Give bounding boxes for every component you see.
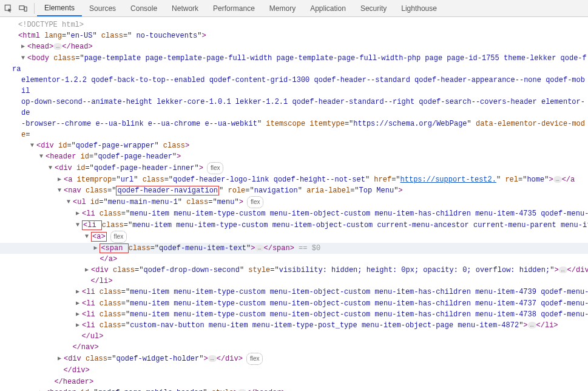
header-close[interactable]: </header> [0, 376, 588, 387]
select-element-icon[interactable] [4, 4, 13, 13]
tab-memory[interactable]: Memory [262, 0, 303, 16]
tab-elements[interactable]: Elements [37, 0, 82, 16]
expand-arrow[interactable]: ▶ [58, 353, 64, 364]
li-item-0[interactable]: ▶<li class="menu-item menu-item-type-cus… [0, 208, 588, 219]
li1-close[interactable]: </li> [0, 276, 588, 287]
expand-arrow[interactable]: ▶ [39, 387, 46, 391]
flex-badge[interactable]: flex [207, 162, 224, 174]
li-item-1[interactable]: ▼<li class="menu-item menu-item-type-cus… [0, 220, 588, 231]
expand-arrow[interactable]: ▼ [58, 185, 64, 196]
ul-tag[interactable]: ▼<ul id="menu-main-menu-1" class="menu">… [0, 196, 588, 208]
expand-arrow[interactable]: ▶ [76, 287, 82, 298]
expand-arrow[interactable]: ▶ [76, 208, 82, 219]
devtools-toolbar: Elements Sources Console Network Perform… [0, 0, 588, 17]
mobile-header[interactable]: ▶<header id="qodef-page-mobile-header" s… [0, 387, 588, 391]
tab-security[interactable]: Security [353, 0, 394, 16]
li-item-5[interactable]: ▶<li class="custom-nav-button menu-item … [0, 320, 588, 331]
flex-badge[interactable]: flex [110, 231, 127, 243]
expand-arrow[interactable]: ▼ [39, 151, 46, 162]
highlight-span: <span [100, 243, 128, 253]
toolbar-separator [34, 3, 35, 14]
logo-link[interactable]: ▶<a itemprop="url" class="qodef-header-l… [0, 174, 588, 185]
li-item-4[interactable]: ▶<li class="menu-item menu-item-type-cus… [0, 309, 588, 320]
tab-performance[interactable]: Performance [206, 0, 262, 16]
body-open[interactable]: ▼<body class="page-template page-templat… [0, 53, 588, 140]
tab-network[interactable]: Network [164, 0, 206, 16]
nav-tag[interactable]: ▼<nav class="qodef-header-navigation" ro… [0, 185, 588, 196]
doctype-line[interactable]: <!DOCTYPE html> [0, 19, 588, 30]
expand-arrow[interactable]: ▶ [58, 174, 64, 185]
flex-badge[interactable]: flex [247, 196, 264, 208]
header-tag[interactable]: ▼<header id="qodef-page-header"> [0, 151, 588, 162]
expand-arrow[interactable]: ▼ [85, 231, 91, 242]
expand-arrow[interactable]: ▶ [76, 309, 82, 320]
li-item-2[interactable]: ▶<li class="menu-item menu-item-type-cus… [0, 287, 588, 298]
nav-close[interactable]: </nav> [0, 342, 588, 353]
drop-down-div[interactable]: ▶<div class="qodef-drop-down-second" sty… [0, 265, 588, 276]
expand-arrow[interactable]: ▶ [76, 320, 82, 331]
widget-holder[interactable]: ▶<div class="qodef-widget-holder">…</div… [0, 353, 588, 365]
tab-console[interactable]: Console [123, 0, 164, 16]
header-inner-div[interactable]: ▼<div id="qodef-page-header-inner">flex [0, 162, 588, 174]
expand-arrow[interactable]: ▼ [30, 140, 36, 151]
html-open[interactable]: <html lang="en-US" class=" no-touchevent… [0, 30, 588, 41]
expand-arrow[interactable]: ▶ [85, 265, 91, 276]
tab-lighthouse[interactable]: Lighthouse [394, 0, 444, 16]
expand-arrow[interactable]: ▼ [76, 220, 82, 231]
a-close[interactable]: </a> [0, 254, 588, 265]
toolbar-icons [0, 4, 32, 13]
head-line[interactable]: ▶<head>…</head> [0, 41, 588, 52]
a-tag[interactable]: ▼<a>flex [0, 231, 588, 243]
svg-rect-1 [19, 5, 24, 9]
device-toggle-icon[interactable] [18, 4, 28, 13]
tab-sources[interactable]: Sources [82, 0, 123, 16]
svg-rect-2 [24, 7, 27, 11]
header-inner-close[interactable]: </div> [0, 365, 588, 376]
highlight-li: <li [82, 220, 102, 230]
expand-arrow[interactable]: ▶ [76, 298, 82, 309]
tab-application[interactable]: Application [303, 0, 353, 16]
highlight-a: <a> [91, 232, 107, 242]
expand-arrow[interactable]: ▼ [49, 163, 55, 174]
flex-badge[interactable]: flex [246, 353, 263, 365]
elements-panel[interactable]: <!DOCTYPE html> <html lang="en-US" class… [0, 17, 588, 391]
expand-arrow[interactable]: ▼ [21, 53, 27, 64]
ul-close[interactable]: </ul> [0, 331, 588, 342]
wrapper-div[interactable]: ▼<div id="qodef-page-wrapper" class> [0, 140, 588, 151]
expand-arrow[interactable]: ▶ [21, 41, 27, 52]
highlight-nav-class: qodef-header-navigation [116, 186, 219, 195]
expand-arrow[interactable]: ▶ [93, 243, 100, 254]
li-item-3[interactable]: ▶<li class="menu-item menu-item-type-cus… [0, 298, 588, 309]
expand-arrow[interactable]: ▼ [67, 197, 73, 208]
span-selected[interactable]: ▶<span class="qodef-menu-item-text">…</s… [0, 243, 588, 254]
devtools-tabs: Elements Sources Console Network Perform… [37, 0, 444, 16]
